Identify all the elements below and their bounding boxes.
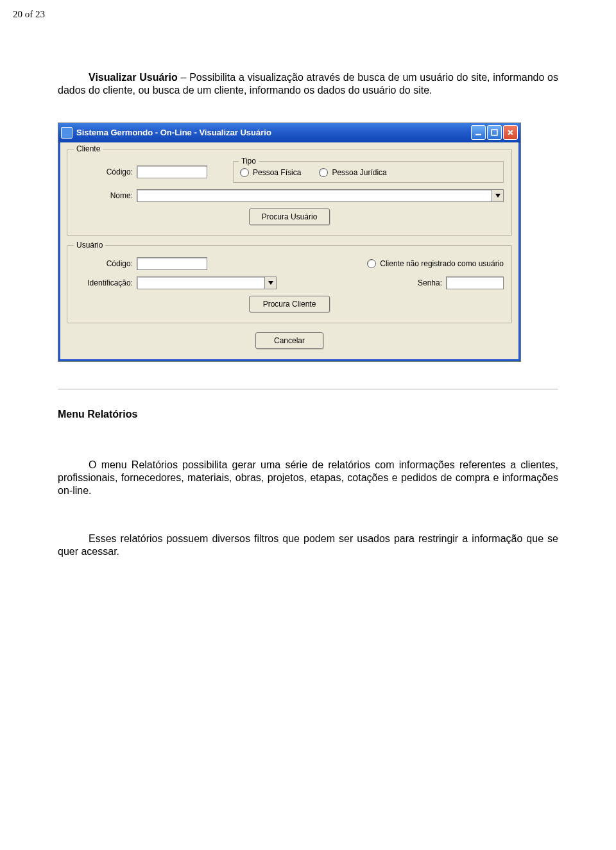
radio-pessoa-juridica[interactable]: Pessoa Jurídica <box>319 168 386 177</box>
heading-menu-relatorios: Menu Relatórios <box>58 409 558 420</box>
p1-bold: Visualizar Usuário <box>89 72 178 83</box>
paragraph-filtros: Esses relatórios possuem diversos filtro… <box>58 532 558 558</box>
label-codigo-cliente: Código: <box>75 167 133 176</box>
maximize-icon <box>491 129 498 136</box>
app-icon <box>61 127 73 139</box>
minimize-icon <box>475 129 482 136</box>
chevron-down-icon <box>495 194 501 198</box>
senha-input[interactable] <box>446 276 504 289</box>
close-icon <box>507 129 514 136</box>
svg-rect-0 <box>475 134 481 135</box>
p2-text: O menu Relatórios possibilita gerar uma … <box>58 459 558 496</box>
nome-input[interactable] <box>137 189 492 202</box>
radio-pessoa-fisica[interactable]: Pessoa Física <box>240 168 301 177</box>
close-button[interactable] <box>503 125 518 140</box>
dialog-visualizar-usuario: Sistema Germondo - On-Line - Visualizar … <box>58 123 521 362</box>
paragraph-visualizar-usuario: Visualizar Usuário – Possibilita a visua… <box>58 71 558 97</box>
group-tipo-legend: Tipo <box>239 157 259 166</box>
nome-dropdown-button[interactable] <box>492 189 504 202</box>
cancelar-button[interactable]: Cancelar <box>255 332 323 349</box>
p3-text: Esses relatórios possuem diversos filtro… <box>58 533 558 557</box>
window-title: Sistema Germondo - On-Line - Visualizar … <box>76 128 470 137</box>
radio-pf-label: Pessoa Física <box>253 168 301 177</box>
procura-usuario-button[interactable]: Procura Usuário <box>249 208 330 225</box>
group-tipo: Tipo Pessoa Física Pessoa Jurídica <box>233 161 504 183</box>
group-usuario: Usuário Código: Cliente não registrado c… <box>67 245 512 323</box>
radio-icon <box>319 168 328 177</box>
label-identificacao: Identificação: <box>75 278 133 287</box>
group-cliente-legend: Cliente <box>74 144 103 153</box>
group-cliente: Cliente Código: Tipo Pessoa Física P <box>67 149 512 236</box>
identificacao-dropdown-button[interactable] <box>265 276 277 289</box>
radio-pj-label: Pessoa Jurídica <box>332 168 386 177</box>
radio-icon <box>240 168 249 177</box>
label-nome: Nome: <box>75 191 133 200</box>
procura-cliente-button[interactable]: Procura Cliente <box>249 296 330 312</box>
label-senha: Senha: <box>396 278 442 287</box>
radio-icon <box>367 259 376 268</box>
identificacao-input[interactable] <box>137 276 265 289</box>
maximize-button[interactable] <box>487 125 502 140</box>
svg-rect-1 <box>492 130 497 135</box>
section-divider <box>58 389 558 389</box>
window-body: Cliente Código: Tipo Pessoa Física P <box>58 142 520 361</box>
label-codigo-usuario: Código: <box>75 259 133 268</box>
radio-nao-reg-label: Cliente não registrado como usuário <box>380 259 504 268</box>
window-titlebar: Sistema Germondo - On-Line - Visualizar … <box>58 123 520 142</box>
codigo-cliente-input[interactable] <box>137 166 207 178</box>
page-number: 20 of 23 <box>13 9 558 20</box>
paragraph-menu-relatorios: O menu Relatórios possibilita gerar uma … <box>58 459 558 497</box>
chevron-down-icon <box>268 281 273 285</box>
codigo-usuario-input[interactable] <box>137 257 207 270</box>
minimize-button[interactable] <box>471 125 486 140</box>
group-usuario-legend: Usuário <box>74 241 105 250</box>
radio-nao-registrado[interactable]: Cliente não registrado como usuário <box>367 259 504 268</box>
